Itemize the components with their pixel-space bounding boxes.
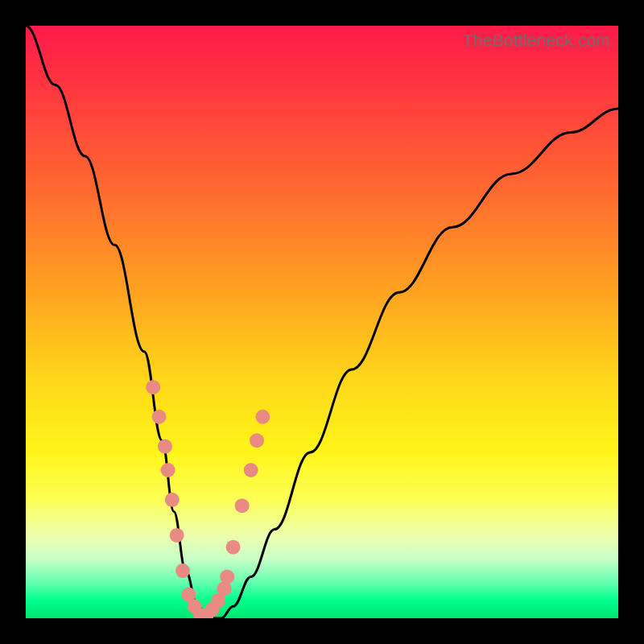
highlight-dot (220, 569, 234, 584)
highlight-dot (244, 463, 258, 477)
highlight-dot (158, 440, 172, 454)
highlight-dot (250, 433, 264, 448)
highlight-dot (255, 410, 270, 424)
highlight-dot (152, 410, 167, 424)
highlight-dot (226, 540, 241, 555)
highlight-dot (170, 528, 184, 543)
highlight-dot (175, 564, 190, 578)
highlight-dot (161, 463, 175, 477)
highlight-dot (165, 493, 180, 507)
highlight-dot (235, 498, 250, 513)
highlight-dot (146, 380, 160, 394)
bottleneck-curve (26, 26, 618, 618)
chart-frame: TheBottleneck.com (0, 0, 644, 644)
plot-area: TheBottleneck.com (26, 26, 618, 618)
